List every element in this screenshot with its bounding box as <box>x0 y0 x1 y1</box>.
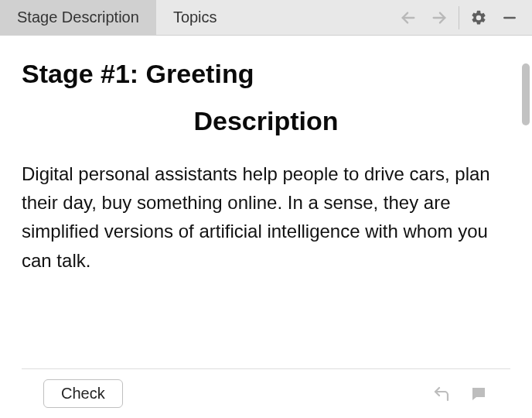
comment-icon[interactable] <box>469 384 489 404</box>
scrollbar-thumb[interactable] <box>522 63 530 125</box>
tab-label: Topics <box>173 9 217 26</box>
divider <box>459 6 459 29</box>
gear-icon[interactable] <box>467 6 490 29</box>
tab-label: Stage Description <box>17 9 139 26</box>
minimize-icon[interactable] <box>498 6 521 29</box>
check-button[interactable]: Check <box>43 379 123 408</box>
tab-topics[interactable]: Topics <box>156 0 234 36</box>
footer-icons <box>431 384 489 404</box>
back-icon[interactable] <box>397 6 420 29</box>
check-button-label: Check <box>61 385 105 402</box>
section-heading: Description <box>22 106 510 136</box>
undo-icon[interactable] <box>431 384 452 404</box>
tab-bar: Stage Description Topics <box>0 0 532 36</box>
tab-controls <box>397 6 532 29</box>
footer-bar: Check <box>22 368 510 418</box>
content-area: Stage #1: Greeting Description Digital p… <box>0 36 532 368</box>
forward-icon[interactable] <box>428 6 451 29</box>
description-text: Digital personal assistants help people … <box>22 159 510 275</box>
page-title: Stage #1: Greeting <box>22 59 510 89</box>
tab-stage-description[interactable]: Stage Description <box>0 0 156 36</box>
